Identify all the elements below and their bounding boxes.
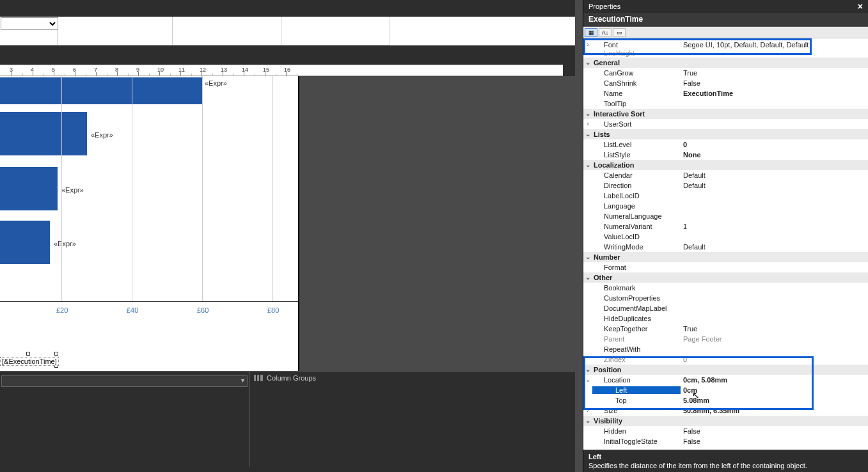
selection-handle[interactable] <box>26 352 30 356</box>
pv-canshrink[interactable]: False <box>681 79 868 87</box>
axis-baseline <box>0 301 299 302</box>
pv-left[interactable]: 0cm <box>681 386 868 394</box>
row-groups-pane <box>0 372 250 467</box>
row-group-dropdown[interactable] <box>1 375 248 387</box>
close-icon[interactable]: × <box>858 1 863 12</box>
cat-other[interactable]: Other <box>592 274 868 281</box>
pn-cangrow[interactable]: CanGrow <box>592 69 681 77</box>
properties-header-label: Properties <box>588 3 620 10</box>
pv-calendar[interactable]: Default <box>681 171 868 179</box>
pn-customprops[interactable]: CustomProperties <box>592 294 681 302</box>
pn-name[interactable]: Name <box>592 90 681 97</box>
gridline <box>132 76 132 301</box>
pv-top[interactable]: 5.08mm <box>681 397 868 404</box>
pn-format[interactable]: Format <box>592 264 681 271</box>
pn-numerallang[interactable]: NumeralLanguage <box>592 212 681 220</box>
collapse-icon[interactable]: ⌄ <box>583 376 592 383</box>
pn-canshrink[interactable]: CanShrink <box>592 79 681 87</box>
column-groups-pane: Column Groups <box>250 372 583 467</box>
pn-location[interactable]: Location <box>592 376 681 384</box>
pn-tooltip[interactable]: ToolTip <box>592 100 681 107</box>
collapse-icon[interactable]: ⌄ <box>583 274 592 281</box>
pn-usersort[interactable]: UserSort <box>592 120 681 128</box>
expand-icon[interactable]: › <box>583 407 592 414</box>
property-grid[interactable]: ↖ › Font Segoe UI, 10pt, Default, Defaul… <box>583 38 868 450</box>
pn-labellocid[interactable]: LabelLocID <box>592 192 681 200</box>
design-canvas[interactable]: «Expr» «Expr» «Expr» «Expr» £20 £40 £60 … <box>0 76 299 371</box>
pv-numeralvar[interactable]: 1 <box>681 223 868 230</box>
collapse-icon[interactable]: ⌄ <box>583 59 592 66</box>
property-pages-button[interactable]: ▭ <box>613 28 626 37</box>
column-groups-icon <box>254 375 263 381</box>
collapse-icon[interactable]: ⌄ <box>583 130 592 138</box>
pv-location[interactable]: 0cm, 5.08mm <box>681 376 868 384</box>
expand-icon[interactable]: › <box>583 120 592 127</box>
canvas-outside <box>299 76 583 371</box>
pn-language[interactable]: Language <box>592 202 681 210</box>
pv-name[interactable]: ExecutionTime <box>681 90 868 97</box>
pn-size[interactable]: Size <box>592 407 681 414</box>
table-cell-0[interactable] <box>0 17 58 45</box>
pv-liststyle[interactable]: None <box>681 151 868 159</box>
pv-keeptogether[interactable]: True <box>681 325 868 333</box>
prop-name-font[interactable]: Font <box>592 41 681 49</box>
chart-bar-3[interactable] <box>0 167 58 210</box>
alphabetical-button[interactable]: A↓ <box>599 28 612 37</box>
pn-hidedup[interactable]: HideDuplicates <box>592 315 681 322</box>
pn-zindex: ZIndex <box>592 356 681 363</box>
pn-repeatwith[interactable]: RepeatWith <box>592 345 681 353</box>
pv-direction[interactable]: Default <box>681 182 868 189</box>
pn-top[interactable]: Top <box>592 397 681 404</box>
cat-position[interactable]: Position <box>592 366 868 374</box>
table-cell-2[interactable] <box>173 17 281 45</box>
categorized-button[interactable]: ▦ <box>585 28 597 37</box>
prop-truncated: LineHeight <box>583 50 868 58</box>
chart-bar-4[interactable] <box>0 221 50 264</box>
pn-direction[interactable]: Direction <box>592 182 681 189</box>
pn-listlevel[interactable]: ListLevel <box>592 141 681 148</box>
cat-localization[interactable]: Localization <box>592 161 868 169</box>
axis-tick-20: £20 <box>56 306 68 314</box>
pn-inittoggle[interactable]: InitialToggleState <box>592 437 681 445</box>
pn-hidden[interactable]: Hidden <box>592 427 681 435</box>
chart-bar-2[interactable] <box>0 112 87 155</box>
selection-handle[interactable] <box>54 352 58 356</box>
pv-cangrow[interactable]: True <box>681 69 868 77</box>
collapse-icon[interactable]: ⌄ <box>583 253 592 260</box>
pn-liststyle[interactable]: ListStyle <box>592 151 681 159</box>
chart-bar-1[interactable] <box>0 77 202 104</box>
pn-valuelocid[interactable]: ValueLocID <box>592 233 681 240</box>
cat-interactivesort[interactable]: Interactive Sort <box>592 110 868 118</box>
execution-time-textbox[interactable]: [&ExecutionTime] <box>0 357 59 366</box>
groups-panel: Column Groups <box>0 371 583 467</box>
collapse-icon[interactable]: ⌄ <box>583 161 592 168</box>
bar-label-4: «Expr» <box>54 240 76 248</box>
cat-general[interactable]: General <box>592 59 868 67</box>
pn-docmap[interactable]: DocumentMapLabel <box>592 304 681 312</box>
pn-left[interactable]: Left <box>592 386 681 394</box>
table-cell-3[interactable] <box>281 17 390 45</box>
desc-title: Left <box>588 453 863 460</box>
cell-select[interactable] <box>1 17 58 30</box>
table-cell-1[interactable] <box>58 17 173 45</box>
prop-value-font[interactable]: Segoe UI, 10pt, Default, Default, Defaul… <box>681 41 868 49</box>
cat-lists[interactable]: Lists <box>592 130 868 138</box>
pn-numeralvar[interactable]: NumeralVariant <box>592 223 681 230</box>
pn-bookmark[interactable]: Bookmark <box>592 284 681 292</box>
collapse-icon[interactable]: ⌄ <box>583 417 592 424</box>
pn-writingmode[interactable]: WritingMode <box>592 243 681 251</box>
pv-inittoggle[interactable]: False <box>681 437 868 445</box>
cat-visibility[interactable]: Visibility <box>592 417 868 425</box>
cat-number[interactable]: Number <box>592 253 868 261</box>
pv-size[interactable]: 50.8mm, 6.35mm <box>681 407 868 414</box>
collapse-icon[interactable]: ⌄ <box>583 110 592 117</box>
axis-tick-40: £40 <box>127 306 138 314</box>
scrollbar-vertical[interactable] <box>575 0 583 472</box>
expand-icon[interactable]: › <box>583 41 592 48</box>
pn-keeptogether[interactable]: KeepTogether <box>592 325 681 333</box>
pv-listlevel[interactable]: 0 <box>681 141 868 148</box>
pv-hidden[interactable]: False <box>681 427 868 435</box>
pv-writingmode[interactable]: Default <box>681 243 868 251</box>
collapse-icon[interactable]: ⌄ <box>583 366 592 373</box>
pn-calendar[interactable]: Calendar <box>592 171 681 179</box>
